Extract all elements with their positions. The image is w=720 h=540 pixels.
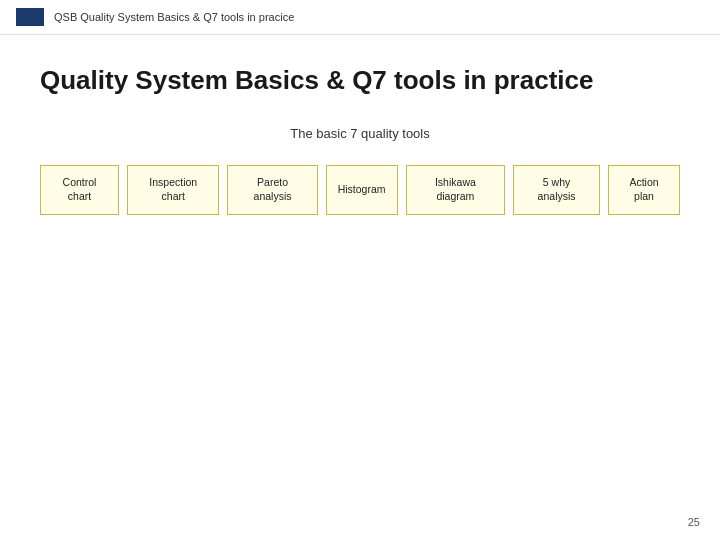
header-bar: QSB Quality System Basics & Q7 tools in … bbox=[0, 0, 720, 35]
page-number: 25 bbox=[688, 516, 700, 528]
tool-box-histogram[interactable]: Histogram bbox=[326, 165, 398, 215]
tool-box-pareto-analysis[interactable]: Pareto analysis bbox=[227, 165, 317, 215]
tool-box-inspection-chart[interactable]: Inspection chart bbox=[127, 165, 219, 215]
page-title: Quality System Basics & Q7 tools in prac… bbox=[40, 65, 680, 96]
tool-box-control-chart[interactable]: Control chart bbox=[40, 165, 119, 215]
tool-box-5-why-analysis[interactable]: 5 why analysis bbox=[513, 165, 600, 215]
tool-box-ishikawa-diagram[interactable]: Ishikawa diagram bbox=[406, 165, 506, 215]
main-content: Quality System Basics & Q7 tools in prac… bbox=[0, 35, 720, 235]
tool-box-action-plan[interactable]: Action plan bbox=[608, 165, 680, 215]
header-accent bbox=[16, 8, 44, 26]
tools-row: Control chartInspection chartPareto anal… bbox=[40, 165, 680, 215]
subtitle: The basic 7 quality tools bbox=[40, 126, 680, 141]
header-title: QSB Quality System Basics & Q7 tools in … bbox=[54, 11, 294, 23]
